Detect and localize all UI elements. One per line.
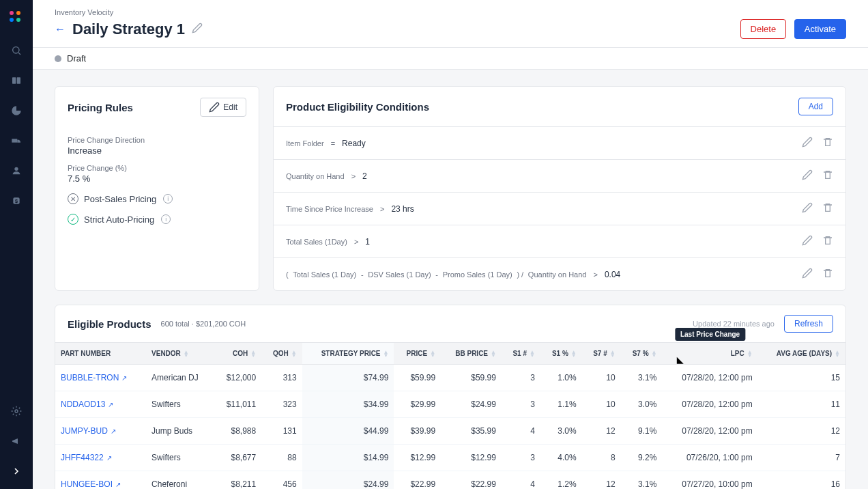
vendor-cell: Jump Buds [146,418,214,445]
sort-icon[interactable]: ▲▼ [652,350,657,357]
sort-icon[interactable]: ▲▼ [430,350,435,357]
trash-icon[interactable] [822,137,833,150]
s7p-cell: 9.1% [621,418,663,445]
edit-icon[interactable] [802,202,813,215]
expand-icon[interactable] [10,464,23,478]
qoh-cell: 313 [261,365,302,391]
logo-icon [10,11,23,25]
bb-price-cell: $59.99 [441,365,502,391]
sort-icon[interactable]: ▲▼ [384,350,389,357]
gear-icon[interactable] [10,404,23,418]
post-sales-label: Post-Sales Pricing [84,194,156,204]
external-link-icon[interactable]: ↗ [108,401,113,408]
edit-icon[interactable] [802,268,813,281]
svg-rect-2 [17,77,20,83]
qoh-cell: 88 [261,445,302,471]
svg-point-7 [15,410,18,413]
strategy-price-cell: $24.99 [302,471,394,489]
external-link-icon[interactable]: ↗ [115,481,121,488]
sort-icon[interactable]: ▲▼ [291,350,297,357]
lpc-cell: 07/26/20, 1:00 pm [662,445,757,471]
sort-icon[interactable]: ▲▼ [571,350,577,357]
table-header[interactable]: PART NUMBER [55,343,146,365]
refresh-button[interactable]: Refresh [784,315,833,333]
edit-icon[interactable] [802,235,813,248]
s1n-cell: 3 [502,445,540,471]
sort-icon[interactable]: ▲▼ [491,350,496,357]
trash-icon[interactable] [822,169,833,182]
trash-icon[interactable] [822,235,833,248]
megaphone-icon[interactable] [10,434,23,448]
age-cell: 7 [758,445,845,471]
info-icon[interactable]: i [161,214,171,224]
table-header[interactable]: COH▲▼ [214,343,261,365]
part-number-link[interactable]: BUBBLE-TRON [61,373,119,382]
chart-icon[interactable] [10,104,23,117]
edit-pricing-button[interactable]: Edit [200,98,246,117]
book-icon[interactable] [10,74,23,87]
search-icon[interactable] [10,44,23,57]
updated-label: Updated 22 minutes ago [693,320,775,328]
table-header[interactable]: BB PRICE▲▼ [441,343,502,365]
trash-icon[interactable] [822,268,833,281]
percent-value: 7.5 % [68,173,246,184]
lpc-cell: 07/27/20, 10:00 pm [662,471,757,489]
sort-icon[interactable]: ▲▼ [747,350,753,357]
table-header[interactable]: AVG AGE (DAYS)▲▼ [758,343,845,365]
external-link-icon[interactable]: ↗ [111,428,116,435]
edit-icon[interactable] [802,169,813,182]
pricing-rules-card: Pricing Rules Edit Price Change Directio… [55,86,259,291]
bb-price-cell: $12.99 [441,445,502,471]
table-header[interactable]: PRICE▲▼ [394,343,441,365]
part-number-link[interactable]: JUMPY-BUD [61,426,108,436]
condition-row: Total Sales (1Day)>1 [274,225,845,257]
table-header[interactable]: LPC▲▼Last Price Change◣ [662,343,757,365]
price-cell: $22.99 [394,471,441,489]
table-header[interactable]: S7 %▲▼ [621,343,663,365]
table-header[interactable]: STRATEGY PRICE▲▼ [302,343,394,365]
table-header[interactable]: QOH▲▼ [261,343,302,365]
table-row: JHFF44322↗Swifters$8,67788$14.99$12.99$1… [55,445,845,471]
sort-icon[interactable]: ▲▼ [530,350,535,357]
table-header[interactable]: VENDOR▲▼ [146,343,214,365]
price-cell: $39.99 [394,418,441,445]
sort-icon[interactable]: ▲▼ [184,350,189,357]
external-link-icon[interactable]: ↗ [121,374,127,382]
s7n-cell: 10 [582,365,621,391]
edit-title-icon[interactable] [192,23,203,36]
part-number-link[interactable]: HUNGEE-BOI [61,479,113,489]
external-link-icon[interactable]: ↗ [106,454,112,462]
part-number-link[interactable]: NDDAOD13 [61,400,105,409]
money-icon[interactable]: $ [10,194,23,208]
activate-button[interactable]: Activate [794,19,846,39]
table-row: BUBBLE-TRON↗American DJ$12,000313$74.99$… [55,365,845,391]
info-icon[interactable]: i [163,194,173,204]
age-cell: 11 [758,391,845,418]
status-dot-icon [55,55,61,62]
sort-icon[interactable]: ▲▼ [610,350,616,357]
table-header[interactable]: S1 %▲▼ [540,343,582,365]
part-number-link[interactable]: JHFF44322 [61,453,104,462]
edit-icon[interactable] [802,137,813,150]
price-cell: $12.99 [394,445,441,471]
s7p-cell: 3.1% [621,471,663,489]
direction-label: Price Change Direction [68,136,246,144]
sort-icon[interactable]: ▲▼ [835,350,840,357]
table-row: HUNGEE-BOI↗Cheferoni$8,211456$24.99$22.9… [55,471,845,489]
status-label: Draft [67,53,86,64]
breadcrumb: Inventory Velocity [55,8,846,16]
user-icon[interactable] [10,164,23,178]
table-header[interactable]: S1 #▲▼ [502,343,540,365]
table-row: NDDAOD13↗Swifters$11,011323$34.99$29.99$… [55,391,845,418]
delete-button[interactable]: Delete [740,19,787,39]
svg-point-0 [13,47,19,53]
add-condition-button[interactable]: Add [798,98,833,115]
trash-icon[interactable] [822,202,833,215]
back-arrow-icon[interactable]: ← [55,23,66,36]
table-header[interactable]: S7 #▲▼ [582,343,621,365]
condition-row: Quantity on Hand>2 [274,159,845,192]
nav-rail: $ [0,0,33,489]
qoh-cell: 131 [261,418,302,445]
truck-icon[interactable] [10,134,23,148]
sort-icon[interactable]: ▲▼ [250,350,256,357]
